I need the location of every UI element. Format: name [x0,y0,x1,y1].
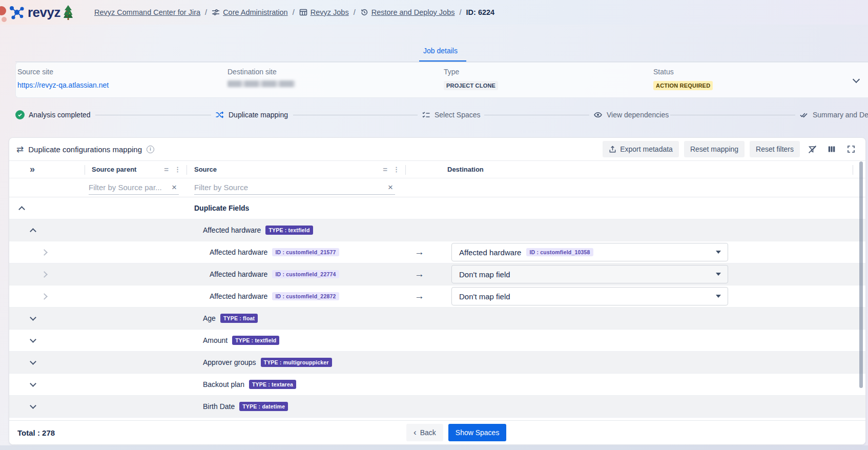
fullscreen-icon-button[interactable] [844,142,858,156]
column-menu-icon[interactable] [174,166,181,173]
tab-job-details[interactable]: Job details [423,47,458,55]
step-summary-and-deploy[interactable]: Summary and Deploy [799,109,868,121]
eye-icon [593,111,603,119]
destination-mapping-select[interactable]: Don't map field [451,287,728,305]
table-row-group: Duplicate Fields [9,197,865,219]
source-filter-input[interactable] [194,183,386,192]
filter-off-icon [808,145,817,154]
workflow-stepper: Analysis completed Duplicate mapping Sel… [0,109,868,122]
info-icon[interactable] [147,146,154,153]
step-analysis-completed[interactable]: Analysis completed [15,109,91,121]
column-header-source: Source [187,161,405,178]
type-badge: TYPE : float [220,314,258,323]
shuffle-icon [215,111,224,119]
selected-destination-label: Don't map field [459,292,510,301]
source-parent-filter-input[interactable] [89,183,170,192]
column-divider [85,165,85,175]
collapse-chevron-icon[interactable] [18,206,25,213]
reset-filters-button[interactable]: Reset filters [750,141,800,157]
source-filter [194,181,395,195]
table-row-child: Affected hardware ID : customfield_22872… [9,285,865,308]
table-row-parent: Approver groups TYPE : multigrouppicker [9,352,865,374]
clear-filter-icon[interactable] [170,182,179,193]
step-duplicate-mapping[interactable]: Duplicate mapping [215,109,288,121]
column-resize-icon[interactable] [164,165,169,174]
column-resize-icon[interactable] [383,165,387,174]
step-label: Analysis completed [29,111,91,119]
id-badge: ID : customfield_21577 [272,248,339,256]
expand-chevron-icon[interactable] [30,380,36,387]
table-body: Duplicate Fields Affected hardware TYPE … [9,197,865,418]
back-button[interactable]: Back [406,424,443,441]
type-badge: TYPE : datetime [239,402,288,411]
column-divider [187,165,187,175]
caret-down-icon [716,295,721,298]
step-label: View dependencies [607,111,669,119]
chevron-left-icon [414,427,417,438]
expand-chevron-icon[interactable] [41,293,48,300]
expand-all-column-header[interactable] [9,161,85,178]
columns-icon-button[interactable] [824,142,839,156]
step-select-spaces[interactable]: Select Spaces [422,109,481,121]
mapping-title: Duplicate configurations mapping [28,145,142,154]
table-row-child: Affected hardware ID : customfield_21577… [9,241,865,263]
breadcrumb-label: Revyz Command Center for Jira [94,8,200,16]
vertical-scrollbar-thumb[interactable] [859,161,863,388]
export-metadata-button[interactable]: Export metadata [603,141,679,157]
id-badge: ID : customfield_22872 [272,292,339,300]
checklist-icon [422,111,430,119]
field-source-site: Source site https://revyz-qa.atlassian.n… [17,68,109,90]
column-header-destination: Destination [405,161,865,178]
expand-all-icon [30,164,35,175]
expand-chevron-icon[interactable] [30,402,36,409]
button-label: Back [420,428,436,437]
breadcrumb-link-command-center[interactable]: Revyz Command Center for Jira [94,8,200,16]
show-spaces-button[interactable]: Show Spaces [448,424,507,441]
table-row-child: Affected hardware ID : customfield_22774… [9,263,865,285]
sliders-icon [212,8,220,16]
breadcrumb-label: Restore and Deploy Jobs [371,8,455,16]
ornament-decoration [2,17,7,22]
table-icon [299,8,307,16]
expand-chevron-icon[interactable] [30,314,36,321]
row-label: Affected hardware [203,226,261,234]
type-badge: TYPE : textfield [232,336,279,345]
expand-chevron-icon[interactable] [30,358,36,365]
step-label: Select Spaces [435,111,481,119]
row-label: Amount [203,336,228,344]
button-label: Reset mapping [690,145,738,153]
expand-chevron-icon[interactable] [30,336,36,343]
breadcrumb-link-revyz-jobs[interactable]: Revyz Jobs [299,8,349,16]
job-details-panel: Source site https://revyz-qa.atlassian.n… [15,62,868,98]
id-badge: ID : customfield_10358 [526,248,593,256]
breadcrumb-link-core-administration[interactable]: Core Administration [212,8,288,16]
destination-mapping-select[interactable]: Affected hardware ID : customfield_10358 [451,243,728,261]
destination-mapping-select[interactable]: Don't map field [451,265,728,283]
expand-chevron-icon[interactable] [41,249,48,256]
source-parent-filter [89,181,179,195]
panel-collapse-chevron-icon[interactable] [853,76,860,83]
breadcrumb-separator: / [293,8,295,16]
clear-filter-icon[interactable] [386,182,395,193]
field-label: Status [653,68,713,76]
column-menu-icon[interactable] [393,166,400,173]
clear-filters-icon-button[interactable] [805,142,819,156]
revyz-app-page: revyz Revyz Command Center for Jira / Co… [0,0,868,450]
breadcrumb-current-job-id: ID: 6224 [466,8,495,16]
source-site-link[interactable]: https://revyz-qa.atlassian.net [17,81,109,89]
field-label: Type [444,68,498,76]
destination-site-value-redacted [228,80,295,87]
type-value-badge: PROJECT CLONE [444,81,498,90]
arrow-right-icon [415,291,424,302]
row-label: Affected hardware [210,248,267,256]
column-header-label: Destination [447,166,484,173]
row-label: Affected hardware [210,292,267,300]
expand-chevron-icon[interactable] [41,271,48,278]
collapse-chevron-icon[interactable] [30,228,36,235]
step-view-dependencies[interactable]: View dependencies [593,109,669,121]
selected-destination-label: Don't map field [459,270,510,279]
page-bottom-strip [0,445,868,450]
type-badge: TYPE : textarea [249,380,296,389]
reset-mapping-button[interactable]: Reset mapping [684,141,745,157]
breadcrumb-link-restore-deploy-jobs[interactable]: Restore and Deploy Jobs [360,8,455,16]
